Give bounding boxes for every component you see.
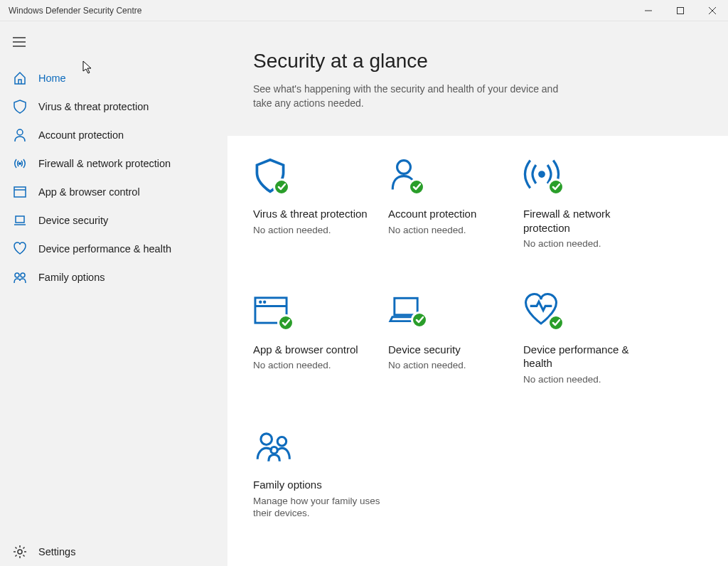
tiles-grid: Virus & threat protection No action need… xyxy=(253,157,702,520)
tile-virus-threat[interactable]: Virus & threat protection No action need… xyxy=(253,157,381,250)
person-icon xyxy=(388,157,516,197)
page-title: Security at a glance xyxy=(253,50,702,73)
antenna-icon xyxy=(523,157,651,197)
sidebar-item-firewall[interactable]: Firewall & network protection xyxy=(0,149,228,178)
shield-icon xyxy=(13,100,27,114)
laptop-icon xyxy=(13,213,27,228)
sidebar-item-home[interactable]: Home xyxy=(0,64,228,92)
close-button[interactable] xyxy=(696,0,728,21)
family-icon xyxy=(253,428,381,468)
page-header: Security at a glance See what's happenin… xyxy=(228,21,728,136)
sidebar-item-label: Device security xyxy=(38,215,108,226)
tile-title: App & browser control xyxy=(253,343,381,357)
tile-title: Account protection xyxy=(388,207,516,221)
tile-subtitle: No action needed. xyxy=(388,359,516,372)
heart-icon xyxy=(13,242,27,256)
content-area: Virus & threat protection No action need… xyxy=(228,136,728,566)
sidebar-item-account[interactable]: Account protection xyxy=(0,121,228,149)
tile-subtitle: No action needed. xyxy=(523,237,651,250)
status-ok-badge xyxy=(547,314,564,331)
sidebar-item-label: App & browser control xyxy=(38,186,140,198)
sidebar-item-family[interactable]: Family options xyxy=(0,263,228,292)
main: Security at a glance See what's happenin… xyxy=(228,21,728,566)
status-ok-badge xyxy=(547,178,564,196)
sidebar-item-label: Home xyxy=(38,73,66,84)
status-ok-badge xyxy=(408,178,425,196)
tile-account-protection[interactable]: Account protection No action needed. xyxy=(388,157,516,250)
sidebar-item-label: Virus & threat protection xyxy=(38,101,149,112)
tile-title: Virus & threat protection xyxy=(253,207,381,221)
tile-title: Firewall & network protection xyxy=(523,207,651,235)
shield-icon xyxy=(253,157,381,197)
tile-title: Device security xyxy=(388,343,516,357)
tile-subtitle: Manage how your family uses their device… xyxy=(253,495,381,520)
sidebar-item-label: Device performance & health xyxy=(38,243,171,255)
tile-device-performance[interactable]: Device performance & health No action ne… xyxy=(523,293,651,386)
sidebar: Home Virus & threat protection Account p… xyxy=(0,21,228,566)
laptop-icon xyxy=(388,293,516,333)
tile-family-options[interactable]: Family options Manage how your family us… xyxy=(253,428,381,520)
window-title: Windows Defender Security Centre xyxy=(9,6,141,16)
titlebar: Windows Defender Security Centre xyxy=(0,0,728,21)
tile-firewall[interactable]: Firewall & network protection No action … xyxy=(523,157,651,250)
tile-subtitle: No action needed. xyxy=(253,359,381,372)
browser-icon xyxy=(13,185,27,199)
person-icon xyxy=(13,128,27,142)
status-ok-badge xyxy=(277,314,294,331)
maximize-button[interactable] xyxy=(664,0,696,21)
sidebar-item-virus[interactable]: Virus & threat protection xyxy=(0,92,228,121)
tile-title: Family options xyxy=(253,478,381,492)
antenna-icon xyxy=(13,156,27,171)
sidebar-item-label: Settings xyxy=(38,546,75,557)
window-controls xyxy=(632,0,728,21)
family-icon xyxy=(13,270,27,284)
sidebar-item-app-browser[interactable]: App & browser control xyxy=(0,178,228,206)
tile-title: Device performance & health xyxy=(523,343,651,370)
tile-subtitle: No action needed. xyxy=(253,224,381,237)
sidebar-item-label: Family options xyxy=(38,272,105,283)
sidebar-item-label: Account protection xyxy=(38,129,124,141)
home-icon xyxy=(13,71,27,85)
minimize-button[interactable] xyxy=(632,0,664,21)
tile-app-browser[interactable]: App & browser control No action needed. xyxy=(253,293,381,386)
page-subtitle: See what's happening with the security a… xyxy=(253,82,566,110)
status-ok-badge xyxy=(411,311,428,329)
sidebar-item-label: Firewall & network protection xyxy=(38,158,171,169)
sidebar-item-device-performance[interactable]: Device performance & health xyxy=(0,235,228,263)
heart-icon xyxy=(523,293,651,333)
gear-icon xyxy=(13,545,27,559)
status-ok-badge xyxy=(273,178,290,196)
hamburger-button[interactable] xyxy=(0,30,228,57)
tile-subtitle: No action needed. xyxy=(523,373,651,386)
tile-device-security[interactable]: Device security No action needed. xyxy=(388,293,516,386)
tile-subtitle: No action needed. xyxy=(388,224,516,237)
svg-rect-19 xyxy=(677,8,683,14)
sidebar-item-device-security[interactable]: Device security xyxy=(0,206,228,235)
nav: Home Virus & threat protection Account p… xyxy=(0,64,228,292)
browser-icon xyxy=(253,293,381,333)
sidebar-item-settings[interactable]: Settings xyxy=(0,538,228,566)
